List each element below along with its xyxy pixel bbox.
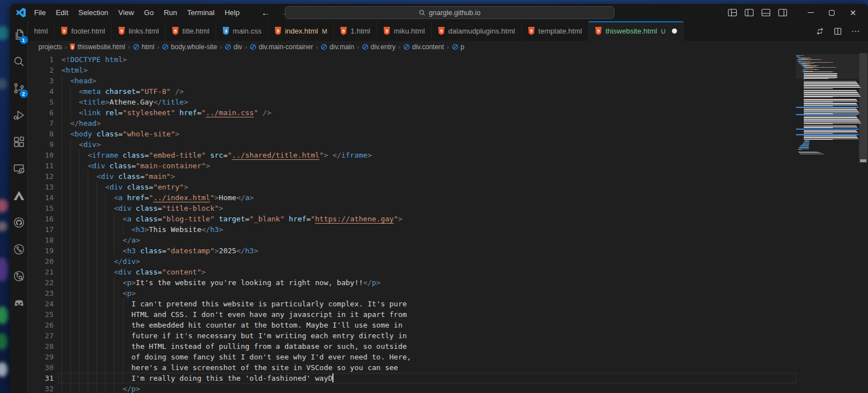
code-line-22[interactable]: 22<p>It's the website you're looking at …	[28, 277, 796, 288]
menu-help[interactable]: Help	[220, 4, 245, 21]
minimap[interactable]	[796, 54, 859, 393]
activity-gitlens[interactable]	[10, 263, 28, 290]
code-line-2[interactable]: 2<html>	[28, 65, 796, 75]
code-line-14[interactable]: 14<a href="../index.html">Home</a>	[28, 192, 796, 203]
activity-commit-graph[interactable]	[10, 236, 28, 263]
back-arrow-icon[interactable]: ←	[261, 8, 270, 17]
title-bar: FileEditSelectionViewGoRunTerminalHelp ←…	[10, 4, 868, 21]
tab-title.html[interactable]: 5title.html	[165, 21, 216, 41]
code-line-13[interactable]: 13<div class="entry">	[28, 182, 796, 192]
menu-selection[interactable]: Selection	[73, 4, 113, 21]
tab-template.html[interactable]: 5template.html	[522, 21, 589, 41]
search-text: gnargle.github.io	[429, 9, 480, 17]
code-line-7[interactable]: 7</head>	[28, 118, 796, 129]
code-line-6[interactable]: 6<link rel="stylesheet" href="../main.cs…	[28, 107, 796, 118]
code-line-1[interactable]: 1<!DOCTYPE html>	[28, 54, 796, 65]
dirty-indicator-dot[interactable]	[672, 29, 677, 34]
minimize-button[interactable]	[800, 4, 821, 21]
tab-1.html[interactable]: 51.html	[334, 21, 377, 41]
activity-a-extension[interactable]	[10, 182, 28, 209]
open-changes-icon[interactable]	[815, 27, 824, 36]
activity-explorer[interactable]: 1	[10, 21, 28, 48]
toggle-secondary-sidebar-icon[interactable]	[778, 8, 788, 17]
toggle-panel-icon[interactable]	[761, 8, 771, 17]
code-line-8[interactable]: 8<body class="whole-site">	[28, 129, 796, 139]
line-number: 31	[28, 373, 54, 383]
activity-extensions[interactable]	[10, 129, 28, 155]
code-line-12[interactable]: 12<div class="main">	[28, 171, 796, 182]
activity-source-control[interactable]: 2	[10, 75, 28, 102]
code-line-16[interactable]: 16<a class="blog-title" target="_blank" …	[28, 214, 796, 224]
customize-layout-icon[interactable]	[728, 8, 737, 17]
breadcrumb-item-thiswebsite.html[interactable]: 5thiswebsite.html	[69, 43, 126, 51]
desktop-blob	[0, 26, 9, 40]
tab-thiswebsite.html[interactable]: 5thiswebsite.htmlU	[589, 21, 684, 41]
chevron-right-icon: ›	[357, 44, 359, 50]
activity-run-debug[interactable]	[10, 102, 28, 129]
menu-edit[interactable]: Edit	[51, 4, 73, 21]
code-line-30[interactable]: 30here's a live screenshot of the site i…	[28, 362, 796, 373]
code-line-5[interactable]: 5<title>Athene.Gay</title>	[28, 97, 796, 107]
code-line-20[interactable]: 20</div>	[28, 256, 796, 267]
toggle-primary-sidebar-icon[interactable]	[745, 8, 754, 17]
code-line-27[interactable]: 27future if it's necessary but I'm writi…	[28, 330, 796, 341]
code-editor[interactable]: 1<!DOCTYPE html>2<html>3<head>4<meta cha…	[28, 53, 868, 393]
code-line-18[interactable]: 18</a>	[28, 235, 796, 245]
code-line-19[interactable]: 19<h3 class="datestamp">2025</h3>	[28, 245, 796, 256]
breadcrumb-item-html[interactable]: html	[132, 43, 155, 51]
code-line-31[interactable]: 31I'm really doing this the 'old-fashion…	[28, 373, 796, 383]
code-line-32[interactable]: 32</p>	[28, 383, 796, 393]
tab-miku.html[interactable]: 5miku.html	[377, 21, 432, 41]
code-line-17[interactable]: 17<h3>This Website</h3>	[28, 224, 796, 235]
menu-run[interactable]: Run	[159, 4, 182, 21]
line-number: 7	[28, 118, 54, 129]
more-actions-icon[interactable]: ⋯	[851, 26, 860, 36]
tab-links.html[interactable]: 5links.html	[112, 21, 165, 41]
menu-view[interactable]: View	[113, 4, 139, 21]
breadcrumb-item-div.entry[interactable]: div.entry	[361, 43, 396, 51]
code-line-26[interactable]: 26the embedded hit counter at the bottom…	[28, 320, 796, 330]
breadcrumb-item-div[interactable]: div	[224, 43, 242, 51]
code-line-4[interactable]: 4<meta charset="UTF-8" />	[28, 86, 796, 97]
tab-html[interactable]: html	[28, 21, 55, 41]
breadcrumb-item-div.content[interactable]: div.content	[403, 43, 445, 51]
code-line-21[interactable]: 21<div class="content">	[28, 267, 796, 277]
breadcrumb-item-body.whole-site[interactable]: body.whole-site	[161, 43, 218, 51]
code-line-11[interactable]: 11<div class="main-container">	[28, 160, 796, 171]
command-center-search[interactable]: gnargle.github.io	[285, 6, 614, 19]
activity-search[interactable]	[10, 48, 28, 75]
code-line-15[interactable]: 15<div class="title-block">	[28, 203, 796, 214]
activity-github[interactable]	[10, 209, 28, 236]
vertical-scrollbar[interactable]	[859, 53, 868, 393]
symbol-icon	[362, 44, 369, 50]
code-line-28[interactable]: 28the HTML instead of pulling from a dat…	[28, 341, 796, 352]
menu-file[interactable]: File	[29, 4, 51, 21]
breadcrumb-item-projects[interactable]: projects	[38, 43, 63, 51]
code-line-3[interactable]: 3<head>	[28, 75, 796, 86]
activity-remote-explorer[interactable]	[10, 155, 28, 182]
code-line-10[interactable]: 10<iframe class="embed-title" src="../sh…	[28, 150, 796, 160]
tab-label: 1.html	[351, 27, 370, 35]
text-cursor	[332, 373, 333, 382]
code-line-24[interactable]: 24I can't pretend this website is partic…	[28, 299, 796, 309]
code-line-25[interactable]: 25HTML and CSS. I don't even have any ja…	[28, 309, 796, 320]
menu-go[interactable]: Go	[139, 4, 159, 21]
split-editor-icon[interactable]	[833, 27, 842, 36]
activity-godot-tools[interactable]	[10, 290, 28, 316]
tab-index.html[interactable]: 5index.htmlM	[268, 21, 333, 41]
tab-dalamudplugins.html[interactable]: 5dalamudplugins.html	[432, 21, 522, 41]
code-line-29[interactable]: 29of doing some fancy shit I don't see w…	[28, 352, 796, 362]
breadcrumb-item-div.main-container[interactable]: div.main-container	[249, 43, 313, 51]
close-button[interactable]: ✕	[842, 4, 864, 21]
maximize-button[interactable]	[821, 4, 842, 21]
desktop-blob	[0, 306, 8, 324]
symbol-icon	[321, 44, 327, 50]
code-line-23[interactable]: 23<p>	[28, 288, 796, 299]
breadcrumb-item-p[interactable]: p	[451, 43, 465, 51]
menu-terminal[interactable]: Terminal	[182, 4, 220, 21]
tab-footer.html[interactable]: 5footer.html	[55, 21, 112, 41]
scrollbar-slider[interactable]	[859, 53, 867, 163]
breadcrumb-item-div.main[interactable]: div.main	[320, 43, 355, 51]
tab-main.css[interactable]: 3main.css	[216, 21, 268, 41]
code-line-9[interactable]: 9<div>	[28, 139, 796, 150]
